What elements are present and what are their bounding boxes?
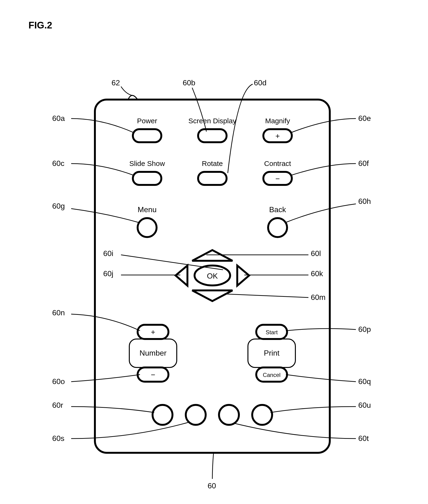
ref-60t: 60t <box>358 434 369 443</box>
ref-60n: 60n <box>52 308 65 317</box>
minus-icon: − <box>151 370 155 379</box>
ref-60: 60 <box>208 481 216 490</box>
extra-button-2[interactable] <box>186 405 206 425</box>
power-label: Power <box>137 117 157 125</box>
rotate-label: Rotate <box>202 160 223 167</box>
ref-60c: 60c <box>52 159 65 168</box>
ref-60a: 60a <box>52 114 65 123</box>
ref-60h: 60h <box>358 197 371 206</box>
ref-60g: 60g <box>52 202 65 210</box>
ref-60i: 60i <box>103 249 113 258</box>
number-group: Number + − <box>129 325 177 382</box>
dpad-down-button[interactable] <box>192 290 232 301</box>
ref-60e: 60e <box>358 114 371 123</box>
ref-60f: 60f <box>358 159 369 168</box>
ref-60s: 60s <box>52 434 65 443</box>
power-button[interactable] <box>133 129 161 142</box>
screen-display-label: Screen Display <box>188 117 236 125</box>
ref-60b: 60b <box>183 79 195 87</box>
plus-icon: + <box>275 132 280 140</box>
contract-label: Contract <box>264 160 291 167</box>
menu-button[interactable] <box>138 218 156 237</box>
screen-display-button[interactable] <box>198 129 227 142</box>
ok-label: OK <box>207 272 218 280</box>
magnify-label: Magnify <box>265 117 290 125</box>
print-group: Print Start Cancel <box>248 325 295 382</box>
back-button[interactable] <box>268 218 287 237</box>
extra-button-4[interactable] <box>252 405 272 425</box>
dpad-left-button[interactable] <box>176 265 187 286</box>
ref-60d: 60d <box>254 79 266 87</box>
ref-60u: 60u <box>358 401 371 409</box>
ref-60k: 60k <box>311 269 323 278</box>
remote-control-diagram: FIG.2 Power Screen Display Magnify + Sli… <box>0 0 428 504</box>
ref-62: 62 <box>112 79 120 87</box>
rotate-button[interactable] <box>198 172 227 185</box>
extra-button-3[interactable] <box>219 405 239 425</box>
ref-60p: 60p <box>358 325 371 334</box>
extra-button-1[interactable] <box>153 405 173 425</box>
dpad-up-button[interactable] <box>192 250 232 261</box>
ref-60l: 60l <box>311 249 321 258</box>
dpad-cluster: OK <box>176 250 249 301</box>
ref-60o: 60o <box>52 377 65 386</box>
menu-label: Menu <box>138 205 156 214</box>
cancel-label: Cancel <box>263 372 281 378</box>
ref-60r: 60r <box>52 401 63 409</box>
ref-60j: 60j <box>103 269 113 278</box>
ref-60q: 60q <box>358 377 371 386</box>
slideshow-label: Slide Show <box>129 160 165 167</box>
print-label: Print <box>264 349 280 357</box>
start-label: Start <box>266 329 278 336</box>
figure-label: FIG.2 <box>28 20 52 30</box>
back-label: Back <box>269 205 286 214</box>
ref-60m: 60m <box>311 293 326 302</box>
slideshow-button[interactable] <box>133 172 161 185</box>
number-label: Number <box>140 349 166 357</box>
dpad-right-button[interactable] <box>237 265 249 286</box>
plus-icon: + <box>151 328 155 336</box>
minus-icon: − <box>275 175 280 183</box>
